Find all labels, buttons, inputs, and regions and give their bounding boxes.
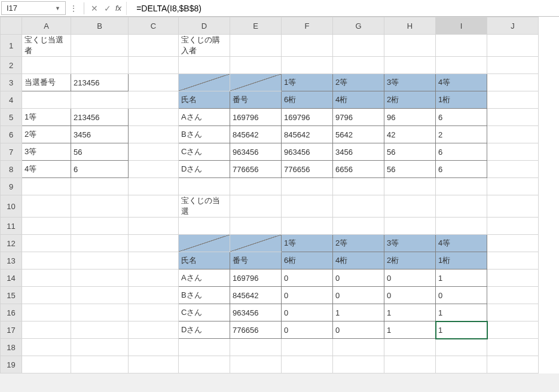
cell-A10[interactable]: [22, 195, 71, 218]
col-header-D[interactable]: D: [179, 17, 230, 35]
cell-F9[interactable]: [282, 178, 333, 195]
cell-J11[interactable]: [487, 218, 539, 235]
cell-B19[interactable]: [71, 356, 129, 373]
row-header-18[interactable]: 18: [1, 339, 22, 356]
cell-G6[interactable]: 5642: [333, 126, 384, 143]
cell-C8[interactable]: [129, 161, 179, 178]
cell-H16[interactable]: 1: [384, 304, 436, 321]
cell-B11[interactable]: [71, 218, 129, 235]
cell-B3[interactable]: 213456: [71, 74, 129, 91]
row-header-14[interactable]: 14: [1, 270, 22, 287]
cell-J2[interactable]: [487, 57, 539, 74]
col-header-H[interactable]: H: [384, 17, 436, 35]
cell-E3[interactable]: [230, 74, 282, 91]
cell-C12[interactable]: [129, 235, 179, 252]
select-all-corner[interactable]: [1, 17, 22, 35]
check-icon[interactable]: ✓: [101, 4, 114, 13]
cell-J10[interactable]: [487, 195, 539, 218]
cell-E12[interactable]: [230, 235, 282, 252]
cell-B13[interactable]: [71, 252, 129, 270]
cell-A1[interactable]: 宝くじ当選者: [22, 35, 71, 57]
cell-J17[interactable]: [487, 321, 539, 339]
cell-D19[interactable]: [179, 356, 230, 373]
cell-I14[interactable]: 1: [436, 270, 487, 287]
cell-I9[interactable]: [436, 178, 487, 195]
cell-H15[interactable]: 0: [384, 287, 436, 304]
row-header-1[interactable]: 1: [1, 35, 22, 57]
cell-A18[interactable]: [22, 339, 71, 356]
cell-C1[interactable]: [129, 35, 179, 57]
cell-F15[interactable]: 0: [282, 287, 333, 304]
row-header-7[interactable]: 7: [1, 143, 22, 161]
cell-A11[interactable]: [22, 218, 71, 235]
cell-G15[interactable]: 0: [333, 287, 384, 304]
cell-D4[interactable]: 氏名: [179, 91, 230, 109]
cell-G5[interactable]: 9796: [333, 109, 384, 126]
cell-C19[interactable]: [129, 356, 179, 373]
cell-C5[interactable]: [129, 109, 179, 126]
formula-input[interactable]: [132, 2, 559, 15]
cell-C11[interactable]: [129, 218, 179, 235]
cell-G2[interactable]: [333, 57, 384, 74]
cell-H9[interactable]: [384, 178, 436, 195]
cell-D13[interactable]: 氏名: [179, 252, 230, 270]
cell-A12[interactable]: [22, 235, 71, 252]
cell-B8[interactable]: 6: [71, 161, 129, 178]
cell-F5[interactable]: 169796: [282, 109, 333, 126]
cell-J6[interactable]: [487, 126, 539, 143]
cell-D9[interactable]: [179, 178, 230, 195]
cell-D6[interactable]: Bさん: [179, 126, 230, 143]
cell-G17[interactable]: 0: [333, 321, 384, 339]
cell-B17[interactable]: [71, 321, 129, 339]
cell-D15[interactable]: Bさん: [179, 287, 230, 304]
cell-H3[interactable]: 3等: [384, 74, 436, 91]
cell-B7[interactable]: 56: [71, 143, 129, 161]
cell-I5[interactable]: 6: [436, 109, 487, 126]
row-header-16[interactable]: 16: [1, 304, 22, 321]
col-header-I[interactable]: I: [436, 17, 487, 35]
cell-J18[interactable]: [487, 339, 539, 356]
cell-F8[interactable]: 776656: [282, 161, 333, 178]
cell-G9[interactable]: [333, 178, 384, 195]
cell-E19[interactable]: [230, 356, 282, 373]
cell-H1[interactable]: [384, 35, 436, 57]
cell-D17[interactable]: Dさん: [179, 321, 230, 339]
cell-H11[interactable]: [384, 218, 436, 235]
cell-H6[interactable]: 42: [384, 126, 436, 143]
cancel-icon[interactable]: ✕: [88, 4, 101, 13]
cell-A17[interactable]: [22, 321, 71, 339]
cell-I11[interactable]: [436, 218, 487, 235]
cell-C3[interactable]: [129, 74, 179, 91]
cell-B15[interactable]: [71, 287, 129, 304]
cell-F19[interactable]: [282, 356, 333, 373]
cell-A19[interactable]: [22, 356, 71, 373]
cell-H13[interactable]: 2桁: [384, 252, 436, 270]
cell-A7[interactable]: 3等: [22, 143, 71, 161]
cell-D16[interactable]: Cさん: [179, 304, 230, 321]
cell-I7[interactable]: 6: [436, 143, 487, 161]
cell-I1[interactable]: [436, 35, 487, 57]
cell-I15[interactable]: 0: [436, 287, 487, 304]
cell-I3[interactable]: 4等: [436, 74, 487, 91]
cell-G18[interactable]: [333, 339, 384, 356]
cell-G13[interactable]: 4桁: [333, 252, 384, 270]
cell-D18[interactable]: [179, 339, 230, 356]
cell-A4[interactable]: [22, 91, 71, 109]
row-header-13[interactable]: 13: [1, 252, 22, 270]
cell-C13[interactable]: [129, 252, 179, 270]
fx-label[interactable]: fx: [115, 4, 121, 13]
cell-F10[interactable]: [282, 195, 333, 218]
cell-D10[interactable]: 宝くじの当選: [179, 195, 230, 218]
cell-E2[interactable]: [230, 57, 282, 74]
cell-E11[interactable]: [230, 218, 282, 235]
cell-B10[interactable]: [71, 195, 129, 218]
cell-H17[interactable]: 1: [384, 321, 436, 339]
cell-I12[interactable]: 4等: [436, 235, 487, 252]
cell-A13[interactable]: [22, 252, 71, 270]
cell-F4[interactable]: 6桁: [282, 91, 333, 109]
cell-I16[interactable]: 1: [436, 304, 487, 321]
cell-J3[interactable]: [487, 74, 539, 91]
cell-B16[interactable]: [71, 304, 129, 321]
cell-A2[interactable]: [22, 57, 71, 74]
cell-H5[interactable]: 96: [384, 109, 436, 126]
